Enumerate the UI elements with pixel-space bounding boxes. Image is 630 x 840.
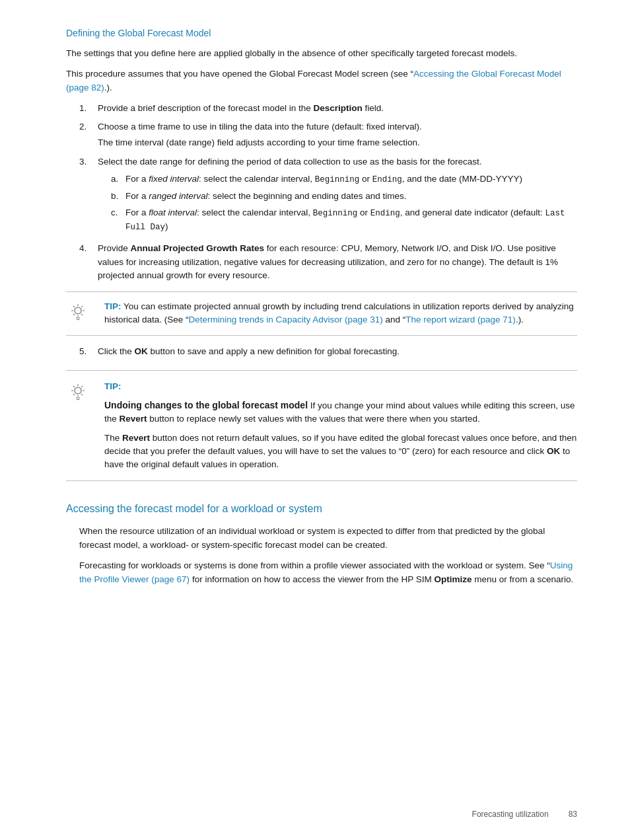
step3-content: Select the date range for defining the p… bbox=[98, 155, 577, 237]
step1-content: Provide a brief description of the forec… bbox=[98, 102, 577, 115]
report-wizard-link[interactable]: The report wizard bbox=[405, 315, 475, 325]
svg-line-6 bbox=[81, 314, 83, 315]
page31-link[interactable]: (page 31) bbox=[345, 315, 383, 325]
accessing-para2: Forecasting for workloads or systems is … bbox=[79, 559, 577, 587]
page-footer: Forecasting utilization 83 bbox=[472, 808, 577, 820]
defining-heading: Defining the Global Forecast Model bbox=[66, 26, 577, 40]
step3a-label: a. bbox=[111, 172, 125, 186]
step5-before-bold: Click the bbox=[98, 346, 135, 356]
accessing-content: When the resource utilization of an indi… bbox=[66, 525, 577, 587]
step3a-code2: Ending bbox=[372, 175, 402, 184]
svg-line-17 bbox=[81, 394, 83, 395]
step3c-final: ) bbox=[165, 221, 168, 231]
step2-text: Choose a time frame to use in tiling the… bbox=[98, 122, 422, 132]
tip2-bold3: OK bbox=[547, 446, 560, 456]
step3c-label: c. bbox=[111, 206, 125, 234]
defining-para1: The settings that you define here are ap… bbox=[66, 47, 577, 61]
para2-before-link: This procedure assumes that you have ope… bbox=[66, 69, 413, 79]
step4-number: 4. bbox=[79, 242, 98, 282]
para2-after: .). bbox=[104, 83, 112, 93]
tip2-text1: button to replace newly set values with … bbox=[147, 414, 480, 424]
tip2-heading: Undoing changes to the global forecast m… bbox=[104, 400, 308, 410]
defining-para2: This procedure assumes that you have ope… bbox=[66, 67, 577, 95]
step5-list: 5. Click the OK button to save and apply… bbox=[66, 345, 577, 358]
tip2-header: TIP: bbox=[104, 380, 577, 393]
step3c-before-italic: For a bbox=[125, 208, 149, 217]
steps-list: 1. Provide a brief description of the fo… bbox=[66, 102, 577, 282]
page67-link[interactable]: (page 67) bbox=[151, 574, 190, 584]
accessing-bold: Optimize bbox=[435, 574, 472, 584]
step3c-mid: or bbox=[357, 208, 370, 217]
svg-point-0 bbox=[75, 307, 81, 314]
accessing-heading: Accessing the forecast model for a workl… bbox=[66, 501, 577, 517]
step3c-italic: float interval bbox=[149, 208, 197, 217]
step3c-end: , and general date indicator (default: bbox=[400, 208, 545, 217]
accessing-para2-after: for information on how to access the vie… bbox=[190, 574, 434, 584]
footer-left: Forecasting utilization bbox=[472, 808, 549, 820]
tip1-end: .). bbox=[516, 315, 524, 325]
step5-bold: OK bbox=[135, 346, 148, 356]
step3b-after-italic: : select the beginning and ending dates … bbox=[208, 191, 407, 201]
defining-section: Defining the Global Forecast Model The s… bbox=[66, 26, 577, 481]
step3b-before-italic: For a bbox=[125, 191, 149, 201]
page82-link[interactable]: (page 82) bbox=[66, 83, 104, 93]
step4-content: Provide Annual Projected Growth Rates fo… bbox=[98, 242, 577, 282]
svg-point-11 bbox=[75, 387, 81, 394]
step2-content: Choose a time frame to use in tiling the… bbox=[98, 120, 577, 150]
tip1-label: TIP: bbox=[104, 301, 122, 311]
svg-line-8 bbox=[73, 314, 75, 315]
tip2-box: TIP: Undoing changes to the global forec… bbox=[66, 370, 577, 482]
step-2: 2. Choose a time frame to use in tiling … bbox=[66, 120, 577, 150]
lightbulb2-icon bbox=[66, 381, 90, 405]
accessing-section: Accessing the forecast model for a workl… bbox=[66, 501, 577, 587]
accessing-link[interactable]: Accessing the Global Forecast Model bbox=[413, 69, 561, 79]
step4-bold: Annual Projected Growth Rates bbox=[131, 243, 265, 253]
step3a-before-italic: For a bbox=[125, 174, 149, 184]
svg-line-16 bbox=[73, 386, 75, 387]
step5-number: 5. bbox=[79, 345, 98, 358]
step-3: 3. Select the date range for defining th… bbox=[66, 155, 577, 237]
step1-text-before: Provide a brief description of the forec… bbox=[98, 103, 313, 113]
step5-after-bold: button to save and apply a new definitio… bbox=[148, 346, 400, 356]
svg-line-19 bbox=[73, 394, 75, 395]
svg-line-7 bbox=[81, 306, 83, 307]
accessing-para1: When the resource utilization of an indi… bbox=[79, 525, 577, 553]
step1-text-after: field. bbox=[363, 103, 384, 113]
tip2-para2: The Revert button does not return defaul… bbox=[104, 432, 577, 472]
tip2-label: TIP: bbox=[104, 381, 122, 391]
step-4: 4. Provide Annual Projected Growth Rates… bbox=[66, 242, 577, 282]
step2-number: 2. bbox=[79, 120, 98, 150]
step-5: 5. Click the OK button to save and apply… bbox=[66, 345, 577, 358]
step3c-code1: Beginning bbox=[313, 209, 358, 218]
step3-number: 3. bbox=[79, 155, 98, 237]
tip2-bold2: Revert bbox=[122, 433, 150, 443]
tip2-icon bbox=[66, 380, 100, 405]
step5-content: Click the OK button to save and apply a … bbox=[98, 345, 577, 358]
step3a-code1: Beginning bbox=[315, 175, 360, 184]
tip1-icon bbox=[66, 300, 100, 325]
step3a: a. For a fixed interval: select the cale… bbox=[98, 172, 577, 186]
step3c-content: For a float interval: select the calenda… bbox=[125, 206, 577, 234]
step3b-italic: ranged interval bbox=[149, 191, 207, 201]
accessing-para2-before: Forecasting for workloads or systems is … bbox=[79, 560, 550, 570]
step3c-code2: Ending bbox=[370, 209, 400, 218]
tip2-content: TIP: Undoing changes to the global forec… bbox=[100, 380, 577, 472]
page71-link[interactable]: (page 71) bbox=[477, 315, 516, 325]
tip1-content: TIP: You can estimate projected annual g… bbox=[100, 300, 577, 327]
tip1-mid: and “ bbox=[383, 315, 406, 325]
tip2-para2-before-bold: The bbox=[104, 433, 122, 443]
step3c: c. For a float interval: select the cale… bbox=[98, 206, 577, 234]
step1-number: 1. bbox=[79, 102, 98, 115]
step3a-content: For a fixed interval: select the calenda… bbox=[125, 172, 577, 186]
svg-line-18 bbox=[81, 386, 83, 387]
step3b-content: For a ranged interval: select the beginn… bbox=[125, 190, 577, 203]
determining-trends-link[interactable]: Determining trends in Capacity Advisor bbox=[189, 315, 343, 325]
step3-alpha-list: a. For a fixed interval: select the cale… bbox=[98, 172, 577, 234]
step3b-label: b. bbox=[111, 190, 125, 203]
accessing-para2-end: menu or from a scenario. bbox=[472, 574, 574, 584]
step3a-mid: or bbox=[359, 174, 372, 184]
step3a-italic: fixed interval bbox=[149, 174, 199, 184]
step2-sub: The time interval (date range) field adj… bbox=[98, 136, 577, 149]
step1-bold: Description bbox=[313, 103, 362, 113]
step4-before-bold: Provide bbox=[98, 243, 131, 253]
